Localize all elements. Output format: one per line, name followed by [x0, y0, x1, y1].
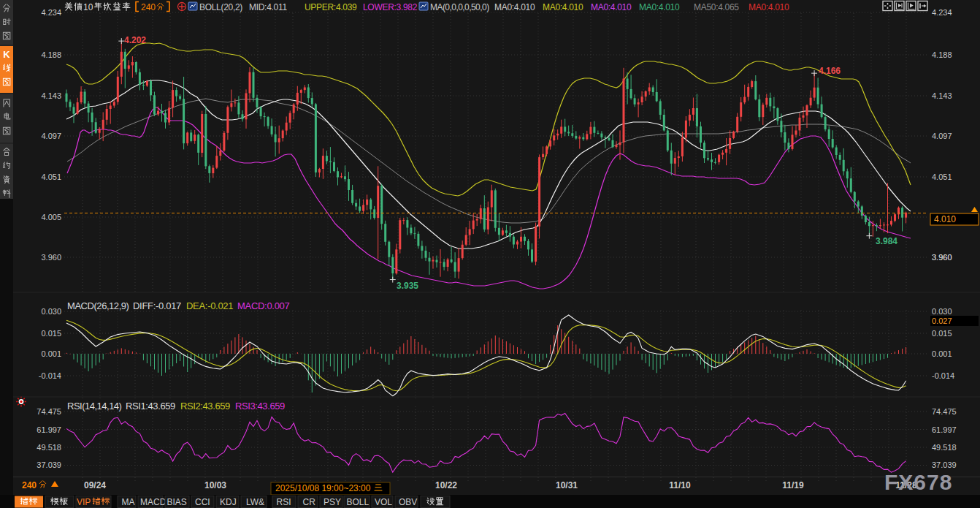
svg-text:OBV: OBV [399, 497, 417, 507]
svg-text:61.997: 61.997 [37, 425, 61, 434]
svg-text:0.001: 0.001 [932, 349, 952, 358]
svg-text:11/19: 11/19 [782, 480, 804, 490]
svg-text:MA0:4.010: MA0:4.010 [639, 2, 680, 12]
svg-text:CR: CR [303, 497, 316, 507]
svg-text:LW&: LW& [246, 497, 264, 507]
svg-text:MA0:4.010: MA0:4.010 [494, 2, 535, 12]
svg-text:11/10: 11/10 [669, 480, 691, 490]
svg-text:0.015: 0.015 [932, 329, 952, 338]
svg-text:4.005: 4.005 [41, 213, 61, 221]
svg-text:-0.014: -0.014 [932, 371, 954, 380]
svg-text:0.030: 0.030 [41, 307, 61, 316]
svg-text:DEA:-0.021: DEA:-0.021 [186, 300, 233, 311]
svg-text:BIAS: BIAS [167, 497, 187, 507]
svg-text:10/03: 10/03 [204, 480, 226, 490]
svg-text:4.051: 4.051 [932, 173, 952, 181]
svg-text:240: 240 [141, 2, 156, 12]
svg-text:4.202: 4.202 [124, 35, 146, 45]
svg-text:2025/10/08 19:00~23:00: 2025/10/08 19:00~23:00 [275, 483, 371, 493]
svg-text:RSI: RSI [277, 497, 291, 507]
svg-text:4.234: 4.234 [41, 8, 61, 17]
svg-text:4.143: 4.143 [932, 91, 952, 100]
svg-text:4.166: 4.166 [819, 66, 841, 76]
svg-text:DIFF:-0.017: DIFF:-0.017 [133, 300, 181, 311]
svg-text:0.030: 0.030 [932, 307, 952, 316]
svg-text:37.039: 37.039 [37, 460, 61, 469]
svg-text:MA: MA [122, 497, 135, 507]
svg-text:LOWER:3.982: LOWER:3.982 [363, 2, 418, 12]
svg-text:0.001: 0.001 [41, 349, 61, 358]
svg-text:CCI: CCI [195, 497, 210, 507]
svg-text:MA0:4.010: MA0:4.010 [749, 2, 789, 12]
svg-text:10: 10 [83, 2, 93, 12]
svg-text:4.188: 4.188 [41, 50, 61, 59]
svg-text:10/22: 10/22 [435, 480, 457, 490]
svg-text:MA(0,0,0,0,50,0): MA(0,0,0,0,50,0) [430, 2, 489, 12]
svg-text:74.475: 74.475 [37, 407, 61, 416]
svg-text:-0.014: -0.014 [39, 371, 61, 380]
svg-text:K: K [3, 49, 10, 60]
svg-text:3.984: 3.984 [876, 236, 897, 246]
svg-text:4.097: 4.097 [932, 132, 952, 140]
svg-text:10/31: 10/31 [556, 480, 578, 490]
svg-text:4.234: 4.234 [932, 8, 952, 17]
svg-text:49.518: 49.518 [37, 443, 61, 452]
svg-text:BOLL: BOLL [347, 497, 370, 507]
svg-text:RSI3:43.659: RSI3:43.659 [235, 401, 285, 412]
svg-text:VOL: VOL [375, 497, 392, 507]
svg-text:KDJ: KDJ [220, 497, 237, 507]
svg-text:4.010: 4.010 [934, 214, 956, 224]
svg-text:3.960: 3.960 [932, 253, 952, 262]
svg-text:240: 240 [22, 480, 37, 490]
svg-text:MA50:4.065: MA50:4.065 [694, 2, 739, 12]
svg-text:4.143: 4.143 [41, 91, 61, 100]
svg-text:MACD: MACD [140, 497, 166, 507]
svg-text:PSY: PSY [324, 497, 341, 507]
svg-text:MA0:4.010: MA0:4.010 [543, 2, 583, 12]
svg-text:0.027: 0.027 [932, 316, 952, 325]
svg-text:UPPER:4.039: UPPER:4.039 [305, 2, 357, 12]
svg-text:FX678: FX678 [884, 470, 952, 494]
svg-text:MACD:0.007: MACD:0.007 [237, 300, 289, 311]
svg-text:61.997: 61.997 [932, 425, 957, 434]
svg-text:4.188: 4.188 [932, 50, 952, 59]
svg-text:0.015: 0.015 [41, 329, 61, 338]
svg-text:BOLL(20,2): BOLL(20,2) [199, 2, 242, 12]
svg-text:3.960: 3.960 [41, 253, 61, 262]
svg-text:RSI2:43.659: RSI2:43.659 [180, 401, 230, 412]
svg-text:MA0:4.010: MA0:4.010 [591, 2, 632, 12]
svg-text:3.935: 3.935 [397, 281, 418, 291]
svg-text:RSI(14,14,14): RSI(14,14,14) [67, 401, 122, 412]
svg-text:MACD(26,12,9): MACD(26,12,9) [67, 300, 129, 311]
svg-text:37.039: 37.039 [932, 460, 957, 469]
svg-text:4.097: 4.097 [41, 132, 61, 140]
svg-text:4.051: 4.051 [41, 173, 61, 181]
svg-text:74.475: 74.475 [932, 407, 957, 416]
svg-text:RSI1:43.659: RSI1:43.659 [126, 401, 175, 412]
svg-text:09/24: 09/24 [84, 480, 106, 490]
svg-text:MID:4.011: MID:4.011 [249, 2, 287, 12]
svg-text:49.518: 49.518 [932, 443, 957, 452]
svg-text:VIP: VIP [77, 497, 91, 507]
